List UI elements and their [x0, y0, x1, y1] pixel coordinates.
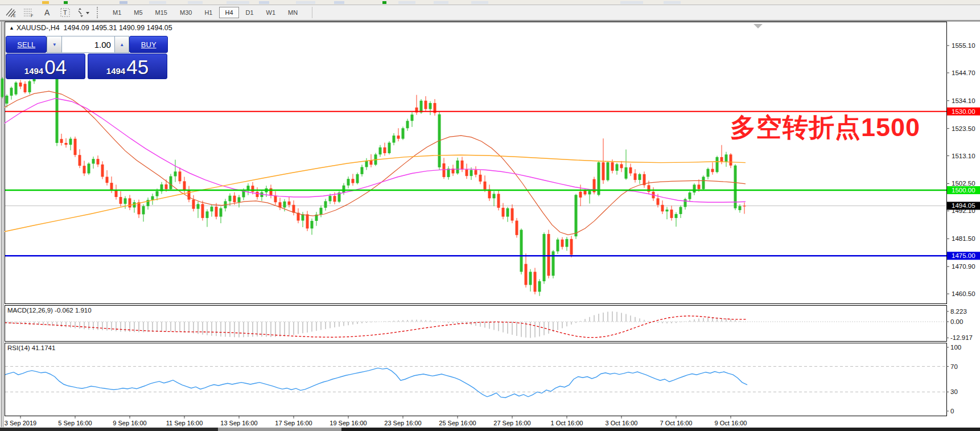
svg-text:A: A: [44, 8, 50, 17]
candle-body: [311, 221, 314, 228]
sell-price-box[interactable]: 1494 04: [6, 54, 85, 79]
candle-body: [475, 170, 477, 175]
text-label-tool-icon[interactable]: A: [40, 6, 55, 19]
fibonacci-tool-icon[interactable]: F: [22, 6, 36, 19]
hline-badge-label: 1500.00: [952, 187, 975, 194]
chart-ohlc-values: 1494.09 1495.31 1490.99 1494.05: [64, 24, 172, 32]
candle-body: [174, 171, 177, 176]
candle-body: [588, 191, 591, 194]
time-axis-label: 23 Sep 16:00: [384, 420, 421, 426]
candle-body: [516, 220, 518, 235]
candle-body: [83, 166, 86, 173]
timeframe-button-m30[interactable]: M30: [174, 7, 197, 18]
candle-body: [129, 198, 131, 207]
time-axis-label: 9 Sep 16:00: [113, 420, 146, 426]
timeframe-button-m1[interactable]: M1: [107, 7, 127, 18]
candle-body: [274, 196, 277, 203]
time-axis-label: 7 Oct 16:00: [660, 420, 693, 426]
candle-body: [156, 191, 159, 196]
text-box-tool-icon[interactable]: T: [58, 6, 73, 19]
timeframe-button-h1[interactable]: H1: [199, 7, 218, 18]
candle-body: [370, 161, 373, 165]
chart-symbol-label: XAUUSD-,H4: [17, 24, 60, 32]
candle-body: [607, 162, 610, 180]
volume-increase-button[interactable]: ▲: [114, 36, 129, 53]
current-price-badge-label: 1494.05: [952, 202, 975, 209]
toolbar-strip-fragment: [664, 1, 681, 4]
candle-body: [74, 139, 77, 155]
price-chart-svg: 1555.101544.701534.101523.501513.101502.…: [0, 20, 980, 431]
timeframe-button-w1[interactable]: W1: [261, 7, 282, 18]
candle-body: [10, 88, 13, 96]
timeframe-button-d1[interactable]: D1: [240, 7, 260, 18]
candle-body: [466, 170, 468, 176]
candle-body: [716, 157, 719, 172]
macd-indicator-label: MACD(12,26,9) -0.062 1.910: [7, 307, 92, 314]
candle-body: [547, 234, 550, 276]
candle-body: [730, 154, 732, 165]
time-axis-label: 1 Oct 16:00: [551, 420, 583, 426]
price-axis-label: 1534.10: [952, 97, 975, 104]
candle-body: [229, 196, 232, 202]
toolbar-strip-fragment: [398, 1, 415, 4]
candle-body: [507, 208, 509, 217]
candle-body: [192, 200, 195, 209]
candle-body: [570, 239, 573, 255]
candle-body: [165, 184, 168, 189]
price-axis-label: 1481.50: [952, 235, 975, 242]
candle-body: [320, 208, 323, 215]
candle-body: [739, 206, 742, 210]
time-axis-label: 19 Sep 16:00: [330, 420, 367, 426]
svg-text:F: F: [31, 14, 33, 18]
candle-body: [493, 194, 496, 198]
buy-button[interactable]: BUY: [129, 36, 168, 53]
candle-body: [133, 202, 136, 207]
candle-body: [497, 194, 500, 207]
sell-price-prefix: 1494: [24, 66, 43, 76]
candle-body: [397, 136, 400, 139]
candle-body: [283, 202, 286, 208]
candle-body: [69, 139, 72, 145]
toolbar-strip-fragment: [434, 1, 448, 4]
price-axis-label: 1513.10: [952, 153, 975, 159]
price-axis-label: 1523.50: [952, 125, 975, 132]
trendline-tool-icon[interactable]: E: [3, 6, 18, 19]
candle-body: [525, 264, 528, 285]
bottom-strip-segment: [341, 428, 980, 431]
collapse-triangle-icon[interactable]: ▲: [9, 25, 14, 31]
candle-body: [534, 272, 537, 292]
rsi-axis-label: 70: [950, 363, 958, 370]
toolbar-strip-fragment: [259, 1, 269, 4]
timeframe-button-m15[interactable]: M15: [150, 7, 173, 18]
time-axis-label: 13 Sep 16:00: [220, 420, 257, 426]
timeframe-button-mn[interactable]: MN: [282, 7, 303, 18]
candle-body: [743, 206, 746, 206]
timeframe-bar: M1M5M15M30H1H4D1W1MN: [106, 5, 304, 20]
volume-decrease-button[interactable]: ▼: [47, 36, 61, 53]
toolbar-bottom-edge: [0, 20, 980, 22]
toolbar-grip[interactable]: [97, 7, 102, 18]
volume-input[interactable]: [62, 36, 114, 53]
candle-body: [529, 272, 532, 285]
timeframe-button-m5[interactable]: M5: [128, 7, 148, 18]
candle-body: [620, 164, 623, 168]
candle-body: [183, 181, 186, 190]
chart-annotation-text[interactable]: 多空转折点1500: [730, 110, 920, 145]
hline-badge-label: 1530.00: [952, 108, 975, 115]
candle-body: [584, 190, 587, 194]
candle-body: [634, 174, 637, 180]
candle-body: [142, 206, 145, 214]
price-axis-label: 1502.50: [952, 180, 975, 187]
time-axis-label: 27 Sep 16:00: [493, 420, 530, 426]
timeframe-button-h4[interactable]: H4: [219, 7, 238, 18]
candle-body: [56, 69, 59, 143]
candle-body: [725, 154, 728, 161]
rsi-axis-label: 30: [950, 388, 958, 395]
rsi-axis-label: 0: [950, 408, 954, 414]
candle-body: [15, 83, 18, 95]
buy-price-box[interactable]: 1494 45: [88, 54, 167, 79]
candle-body: [215, 207, 218, 217]
candle-body: [170, 176, 172, 190]
arrow-style-tool-icon[interactable]: [76, 6, 91, 19]
sell-button[interactable]: SELL: [6, 36, 47, 53]
